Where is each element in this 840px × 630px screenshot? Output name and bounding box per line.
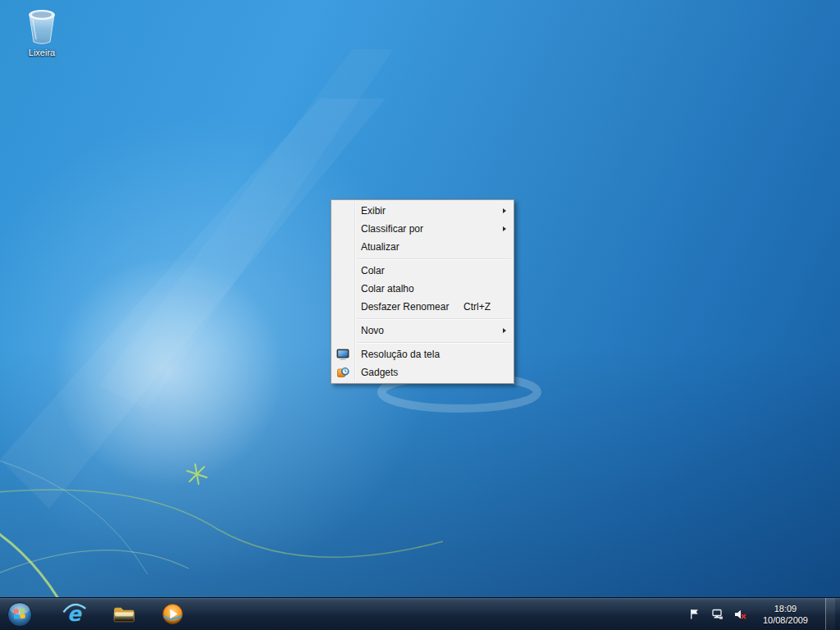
menu-item-label: Gadgets (361, 367, 398, 378)
taskbar-clock[interactable]: 18:09 10/08/2009 (756, 598, 815, 630)
menu-item-colar-atalho[interactable]: Colar atalho (331, 280, 514, 298)
recycle-bin-glyph-icon (25, 7, 59, 46)
menu-item-resolucao-da-tela[interactable]: Resolução da tela (331, 345, 514, 363)
taskbar: e (0, 597, 840, 630)
menu-item-gadgets[interactable]: Gadgets (331, 363, 514, 381)
media-player-button[interactable] (148, 598, 197, 630)
submenu-arrow-icon (503, 328, 506, 333)
menu-separator (357, 342, 511, 343)
internet-explorer-icon: e (62, 602, 86, 626)
menu-item-label: Classificar por (361, 223, 423, 235)
menu-item-colar[interactable]: Colar (331, 262, 514, 280)
volume-muted-icon[interactable] (733, 607, 747, 621)
taskbar-pinned-items: e (49, 598, 197, 630)
clock-date: 10/08/2009 (763, 614, 808, 626)
display-resolution-icon (336, 348, 349, 361)
start-button[interactable] (0, 598, 39, 630)
menu-item-label: Resolução da tela (361, 349, 440, 360)
recycle-bin-icon[interactable]: Lixeira (10, 7, 74, 57)
start-orb-icon (6, 600, 34, 628)
desktop[interactable]: Lixeira Exibir Classificar por Atualizar… (0, 0, 840, 630)
windows-explorer-icon (112, 602, 135, 626)
menu-item-label: Desfazer Renomear (361, 301, 449, 313)
show-desktop-button[interactable] (825, 598, 835, 630)
menu-item-label: Atualizar (361, 241, 399, 253)
menu-item-label: Exibir (361, 205, 386, 217)
menu-item-classificar-por[interactable]: Classificar por (331, 220, 514, 238)
internet-explorer-button[interactable]: e (49, 598, 98, 630)
menu-item-label: Colar atalho (361, 283, 414, 294)
windows-explorer-button[interactable] (98, 598, 148, 630)
recycle-bin-label: Lixeira (29, 48, 55, 57)
gadgets-icon (336, 366, 349, 379)
menu-item-label: Colar (361, 265, 385, 276)
action-center-flag-icon[interactable] (687, 607, 701, 621)
desktop-context-menu: Exibir Classificar por Atualizar Colar C… (331, 199, 514, 384)
menu-item-label: Novo (361, 325, 384, 336)
network-icon[interactable] (710, 607, 724, 621)
menu-item-exibir[interactable]: Exibir (331, 202, 514, 220)
menu-item-desfazer-renomear[interactable]: Desfazer Renomear Ctrl+Z (331, 298, 514, 316)
media-player-icon (161, 602, 185, 626)
menu-item-shortcut: Ctrl+Z (463, 301, 491, 313)
submenu-arrow-icon (503, 208, 506, 213)
submenu-arrow-icon (503, 226, 506, 231)
menu-item-novo[interactable]: Novo (331, 322, 514, 340)
system-tray: 18:09 10/08/2009 (687, 598, 840, 630)
menu-separator (357, 318, 511, 319)
clock-time: 18:09 (774, 603, 797, 614)
menu-separator (357, 258, 511, 259)
menu-item-atualizar[interactable]: Atualizar (331, 238, 514, 256)
